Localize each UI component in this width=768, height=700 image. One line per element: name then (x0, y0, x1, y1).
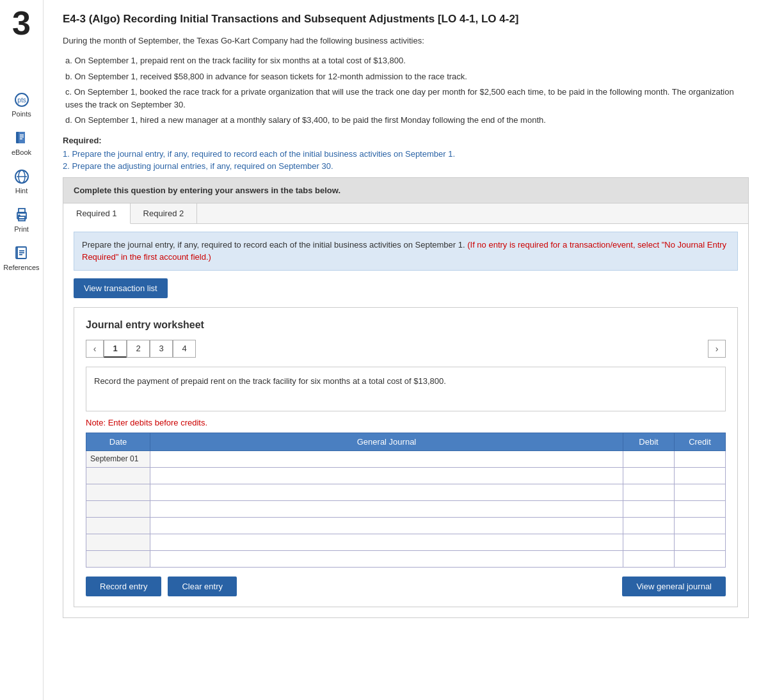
journal-date-cell (86, 484, 150, 500)
table-row (86, 517, 726, 534)
journal-debit-cell[interactable] (623, 467, 675, 484)
references-icon (13, 244, 31, 262)
journal-credit-input[interactable] (677, 504, 723, 514)
svg-point-13 (19, 215, 20, 216)
tab-required1[interactable]: Required 1 (63, 203, 131, 224)
journal-debit-cell[interactable] (623, 484, 675, 500)
journal-debit-input[interactable] (626, 487, 671, 497)
col-header-credit: Credit (675, 433, 726, 450)
ebook-label: eBook (12, 148, 31, 156)
svg-rect-3 (19, 132, 25, 143)
journal-credit-cell[interactable] (675, 450, 726, 467)
journal-credit-cell[interactable] (675, 484, 726, 500)
journal-debit-input[interactable] (626, 504, 671, 514)
references-label: References (3, 264, 39, 271)
tab-instruction: Prepare the journal entry, if any, requi… (74, 232, 738, 271)
next-page-button[interactable]: › (708, 340, 726, 358)
sidebar-item-references[interactable]: References (0, 241, 43, 275)
tabs-header: Required 1 Required 2 (63, 203, 748, 224)
required-item-2: 2. Prepare the adjusting journal entries… (63, 161, 749, 171)
journal-date-cell (86, 500, 150, 517)
table-row (86, 500, 726, 517)
print-label: Print (14, 225, 29, 233)
prev-page-button[interactable]: ‹ (86, 340, 104, 358)
journal-account-input[interactable] (153, 504, 620, 514)
journal-account-cell[interactable] (150, 450, 623, 467)
bottom-buttons: Record entry Clear entry View general jo… (86, 577, 726, 596)
record-entry-button[interactable]: Record entry (86, 577, 161, 596)
note-text: Note: Enter debits before credits. (86, 418, 726, 427)
journal-account-cell[interactable] (150, 500, 623, 517)
journal-debit-cell[interactable] (623, 517, 675, 534)
table-row (86, 484, 726, 500)
journal-debit-input[interactable] (626, 470, 671, 481)
sidebar-item-hint[interactable]: Hint (0, 164, 43, 198)
journal-debit-input[interactable] (626, 520, 671, 530)
journal-credit-cell[interactable] (675, 467, 726, 484)
journal-date-cell (86, 534, 150, 550)
view-general-journal-button[interactable]: View general journal (622, 577, 726, 596)
journal-account-input[interactable] (153, 487, 620, 497)
journal-credit-input[interactable] (677, 454, 723, 464)
points-icon: pts (13, 91, 31, 109)
journal-date-cell (86, 550, 150, 567)
description-box: Record the payment of prepaid rent on th… (86, 367, 726, 411)
activities-list: a. On September 1, prepaid rent on the t… (63, 54, 749, 127)
journal-debit-cell[interactable] (623, 500, 675, 517)
journal-credit-input[interactable] (677, 520, 723, 530)
page-4-button[interactable]: 4 (173, 340, 196, 358)
journal-debit-input[interactable] (626, 537, 671, 547)
col-header-date: Date (86, 433, 150, 450)
journal-credit-cell[interactable] (675, 517, 726, 534)
journal-credit-cell[interactable] (675, 534, 726, 550)
table-row (86, 467, 726, 484)
view-transaction-list-button[interactable]: View transaction list (74, 278, 168, 298)
journal-account-cell[interactable] (150, 484, 623, 500)
sidebar-item-ebook[interactable]: eBook (0, 125, 43, 160)
journal-account-cell[interactable] (150, 550, 623, 567)
journal-date-cell (86, 467, 150, 484)
journal-table: Date General Journal Debit Credit Septem… (86, 433, 726, 568)
instruction-bar: Complete this question by entering your … (63, 177, 749, 203)
hint-label: Hint (15, 187, 28, 195)
activity-d: d. On September 1, hired a new manager a… (65, 114, 749, 127)
journal-account-input[interactable] (153, 454, 620, 464)
print-icon (13, 206, 31, 224)
activity-a: a. On September 1, prepaid rent on the t… (65, 54, 749, 67)
journal-debit-cell[interactable] (623, 450, 675, 467)
journal-credit-input[interactable] (677, 553, 723, 564)
main-content: E4-3 (Algo) Recording Initial Transactio… (44, 0, 768, 700)
page-3-button[interactable]: 3 (150, 340, 173, 358)
journal-credit-input[interactable] (677, 537, 723, 547)
journal-account-input[interactable] (153, 470, 620, 481)
journal-account-cell[interactable] (150, 534, 623, 550)
points-label: Points (12, 110, 31, 118)
activity-b: b. On September 1, received $58,800 in a… (65, 70, 749, 83)
journal-credit-cell[interactable] (675, 500, 726, 517)
journal-credit-input[interactable] (677, 487, 723, 497)
journal-account-input[interactable] (153, 520, 620, 530)
journal-debit-cell[interactable] (623, 550, 675, 567)
journal-credit-cell[interactable] (675, 550, 726, 567)
journal-debit-cell[interactable] (623, 534, 675, 550)
sidebar: 3 pts Points eBook (0, 0, 44, 700)
journal-account-cell[interactable] (150, 517, 623, 534)
sidebar-item-print[interactable]: Print (0, 202, 43, 237)
page-2-button[interactable]: 2 (127, 340, 150, 358)
journal-credit-input[interactable] (677, 470, 723, 481)
journal-debit-input[interactable] (626, 553, 671, 564)
page-1-button[interactable]: 1 (104, 340, 127, 358)
clear-entry-button[interactable]: Clear entry (168, 577, 237, 596)
tab-required2[interactable]: Required 2 (131, 203, 198, 223)
worksheet-title: Journal entry worksheet (86, 319, 726, 331)
journal-account-cell[interactable] (150, 467, 623, 484)
problem-number: 3 (12, 6, 31, 40)
sidebar-item-points[interactable]: pts Points (0, 87, 43, 122)
journal-account-input[interactable] (153, 537, 620, 547)
journal-account-input[interactable] (153, 553, 620, 564)
intro-text: During the month of September, the Texas… (63, 36, 749, 45)
col-header-debit: Debit (623, 433, 675, 450)
worksheet-container: Journal entry worksheet ‹ 1 2 3 4 › Reco… (74, 307, 738, 607)
journal-debit-input[interactable] (626, 454, 671, 464)
col-header-journal: General Journal (150, 433, 623, 450)
